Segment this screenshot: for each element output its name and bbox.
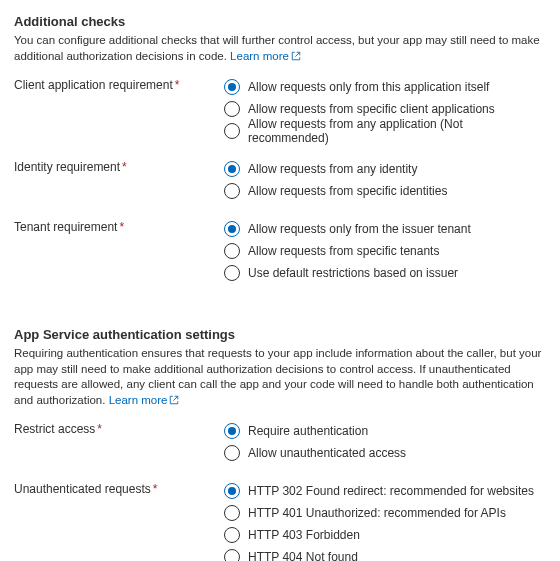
additional-checks-description: You can configure additional checks that… xyxy=(14,33,546,65)
required-asterisk: * xyxy=(119,220,124,234)
radio-icon xyxy=(224,183,240,199)
client-app-requirement-label-text: Client application requirement xyxy=(14,78,173,92)
radio-label: Allow requests from specific identities xyxy=(248,184,447,198)
radio-icon xyxy=(224,79,240,95)
identity-requirement-label-text: Identity requirement xyxy=(14,160,120,174)
unauth-option-401[interactable]: HTTP 401 Unauthorized: recommended for A… xyxy=(224,503,546,523)
radio-label: HTTP 302 Found redirect: recommended for… xyxy=(248,484,534,498)
radio-label: Allow unauthenticated access xyxy=(248,446,406,460)
radio-icon xyxy=(224,483,240,499)
radio-label: Allow requests from any identity xyxy=(248,162,417,176)
required-asterisk: * xyxy=(153,482,158,496)
radio-icon xyxy=(224,265,240,281)
radio-icon xyxy=(224,221,240,237)
radio-label: Allow requests only from this applicatio… xyxy=(248,80,489,94)
restrict-option-allow-unauth[interactable]: Allow unauthenticated access xyxy=(224,443,546,463)
tenant-option-default[interactable]: Use default restrictions based on issuer xyxy=(224,263,546,283)
restrict-access-options: Require authentication Allow unauthentic… xyxy=(224,421,546,463)
tenant-option-issuer-only[interactable]: Allow requests only from the issuer tena… xyxy=(224,219,546,239)
required-asterisk: * xyxy=(97,422,102,436)
learn-more-link-1[interactable]: Learn more xyxy=(230,50,301,62)
radio-label: Allow requests only from the issuer tena… xyxy=(248,222,471,236)
radio-icon xyxy=(224,101,240,117)
radio-icon xyxy=(224,161,240,177)
radio-label: Allow requests from any application (Not… xyxy=(248,117,546,145)
restrict-option-require-auth[interactable]: Require authentication xyxy=(224,421,546,441)
radio-icon xyxy=(224,549,240,561)
radio-label: Use default restrictions based on issuer xyxy=(248,266,458,280)
client-app-option-any[interactable]: Allow requests from any application (Not… xyxy=(224,121,546,141)
radio-label: HTTP 404 Not found xyxy=(248,550,358,561)
radio-icon xyxy=(224,505,240,521)
radio-icon xyxy=(224,527,240,543)
identity-option-specific[interactable]: Allow requests from specific identities xyxy=(224,181,546,201)
unauth-requests-label-text: Unauthenticated requests xyxy=(14,482,151,496)
tenant-requirement-label: Tenant requirement* xyxy=(14,219,224,234)
tenant-requirement-label-text: Tenant requirement xyxy=(14,220,117,234)
identity-option-any[interactable]: Allow requests from any identity xyxy=(224,159,546,179)
identity-requirement-label: Identity requirement* xyxy=(14,159,224,174)
unauth-option-302[interactable]: HTTP 302 Found redirect: recommended for… xyxy=(224,481,546,501)
radio-label: HTTP 401 Unauthorized: recommended for A… xyxy=(248,506,506,520)
restrict-access-label: Restrict access* xyxy=(14,421,224,436)
radio-label: Allow requests from specific client appl… xyxy=(248,102,495,116)
app-service-auth-description: Requiring authentication ensures that re… xyxy=(14,346,546,409)
radio-label: HTTP 403 Forbidden xyxy=(248,528,360,542)
radio-icon xyxy=(224,123,240,139)
learn-more-text-2: Learn more xyxy=(109,394,168,406)
restrict-access-label-text: Restrict access xyxy=(14,422,95,436)
client-app-requirement-label: Client application requirement* xyxy=(14,77,224,92)
learn-more-text-1: Learn more xyxy=(230,50,289,62)
unauth-option-404[interactable]: HTTP 404 Not found xyxy=(224,547,546,561)
client-app-option-self-only[interactable]: Allow requests only from this applicatio… xyxy=(224,77,546,97)
unauth-option-403[interactable]: HTTP 403 Forbidden xyxy=(224,525,546,545)
required-asterisk: * xyxy=(122,160,127,174)
unauth-requests-label: Unauthenticated requests* xyxy=(14,481,224,496)
app-service-auth-desc-text: Requiring authentication ensures that re… xyxy=(14,347,541,406)
client-app-requirement-options: Allow requests only from this applicatio… xyxy=(224,77,546,141)
tenant-requirement-options: Allow requests only from the issuer tena… xyxy=(224,219,546,283)
tenant-option-specific[interactable]: Allow requests from specific tenants xyxy=(224,241,546,261)
identity-requirement-options: Allow requests from any identity Allow r… xyxy=(224,159,546,201)
client-app-option-specific[interactable]: Allow requests from specific client appl… xyxy=(224,99,546,119)
radio-icon xyxy=(224,243,240,259)
additional-checks-heading: Additional checks xyxy=(14,14,546,29)
radio-icon xyxy=(224,445,240,461)
radio-icon xyxy=(224,423,240,439)
learn-more-link-2[interactable]: Learn more xyxy=(109,394,180,406)
unauth-requests-options: HTTP 302 Found redirect: recommended for… xyxy=(224,481,546,561)
radio-label: Allow requests from specific tenants xyxy=(248,244,439,258)
external-link-icon xyxy=(291,50,301,66)
required-asterisk: * xyxy=(175,78,180,92)
app-service-auth-heading: App Service authentication settings xyxy=(14,327,546,342)
external-link-icon xyxy=(169,394,179,410)
radio-label: Require authentication xyxy=(248,424,368,438)
